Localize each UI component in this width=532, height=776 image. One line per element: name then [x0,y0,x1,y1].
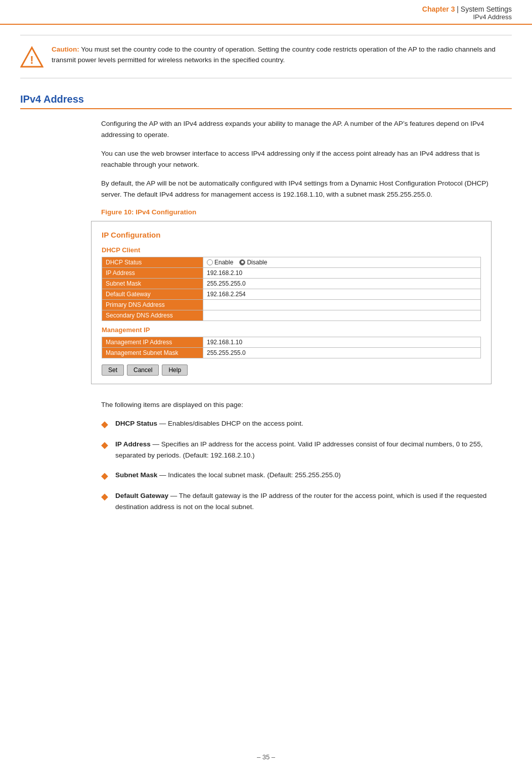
table-row: Default Gateway 192.168.2.254 [102,289,481,299]
section-heading: IPv4 Address [20,94,512,109]
table-row: IP Address 192.168.2.10 [102,267,481,278]
table-row: Secondary DNS Address [102,310,481,321]
main-content: ! Caution: You must set the country code… [0,35,532,542]
dhcp-status-value[interactable]: Enable Disable [203,257,481,267]
caution-icon: ! [20,45,43,69]
bullet-item-dhcp: ◆ DHCP Status — Enables/disables DHCP on… [101,418,492,430]
dhcp-table: DHCP Status Enable Disable [102,257,481,321]
primary-dns-label: Primary DNS Address [102,299,203,310]
table-row: Primary DNS Address [102,299,481,310]
mgmt-ip-label: Management IP Address [102,337,203,347]
default-gateway-label: Default Gateway [102,289,203,299]
radio-disable-circle[interactable] [239,259,245,265]
ip-config-title: IP Configuration [102,231,481,239]
bullet-icon-subnet: ◆ [101,470,108,481]
dhcp-status-label: DHCP Status [102,257,203,267]
set-button[interactable]: Set [102,364,124,376]
header-separator: | [457,5,461,13]
bullet-desc-gateway: — The default gateway is the IP address … [115,492,486,511]
mgmt-subnet-label: Management Subnet Mask [102,347,203,358]
radio-disable[interactable]: Disable [239,259,267,266]
dhcp-section-title: DHCP Client [102,246,481,254]
bullet-desc-subnet: — Indicates the local subnet mask. (Defa… [159,471,341,479]
bullet-desc-ip: — Specifies an IP address for the access… [115,440,482,459]
caution-label: Caution: [52,45,79,53]
mgmt-table: Management IP Address 192.168.1.10 Manag… [102,337,481,358]
bullet-desc-dhcp: — Enables/disables DHCP on the access po… [159,420,303,427]
bullet-icon-gateway: ◆ [101,491,108,502]
body-paragraph-1: Configuring the AP with an IPv4 address … [101,118,492,140]
body-paragraph-3: By default, the AP will be not be automa… [101,178,492,200]
figure-box: IP Configuration DHCP Client DHCP Status… [91,221,492,384]
mgmt-subnet-value: 255.255.255.0 [203,347,481,358]
bullet-list: ◆ DHCP Status — Enables/disables DHCP on… [101,418,492,512]
caution-body: You must set the country code to the cou… [52,45,496,64]
ip-address-label: IP Address [102,267,203,278]
page-header: Chapter 3 | System Settings IPv4 Address [0,0,532,25]
bullet-icon-ip: ◆ [101,439,108,450]
figure-title-suffix: IPv4 Configuration [136,208,196,216]
subnet-mask-value: 255.255.255.0 [203,278,481,289]
bullet-text-ip: IP Address — Specifies an IP address for… [115,439,492,461]
primary-dns-value [203,299,481,310]
figure-label: Figure 10: IPv4 Configuration [101,208,512,216]
table-row: Subnet Mask 255.255.255.0 [102,278,481,289]
config-buttons: Set Cancel Help [102,364,481,376]
bullet-term-ip: IP Address [115,440,151,448]
secondary-dns-value [203,310,481,321]
bullet-item-subnet: ◆ Subnet Mask — Indicates the local subn… [101,470,492,481]
chapter-label: Chapter 3 [422,5,455,13]
header-section: System Settings [461,5,512,13]
bullet-term-gateway: Default Gateway [115,492,168,499]
radio-enable[interactable]: Enable [207,259,233,266]
bullet-item-gateway: ◆ Default Gateway — The default gateway … [101,490,492,512]
bullet-icon-dhcp: ◆ [101,419,108,430]
body-paragraph-2: You can use the web browser interface to… [101,148,492,170]
bullet-term-subnet: Subnet Mask [115,471,157,479]
mgmt-ip-value: 192.168.1.10 [203,337,481,347]
page-footer: – 35 – [0,743,532,766]
caution-text: Caution: You must set the country code t… [52,44,512,66]
caution-box: ! Caution: You must set the country code… [20,35,512,78]
figure-label-bold: Figure 10: [101,208,134,216]
subnet-mask-label: Subnet Mask [102,278,203,289]
svg-text:!: ! [30,54,33,66]
help-button[interactable]: Help [162,364,188,376]
table-row: DHCP Status Enable Disable [102,257,481,267]
bullet-term-dhcp: DHCP Status [115,420,157,427]
mgmt-section-title: Management IP [102,326,481,334]
secondary-dns-label: Secondary DNS Address [102,310,203,321]
table-row: Management Subnet Mask 255.255.255.0 [102,347,481,358]
bullet-text-gateway: Default Gateway — The default gateway is… [115,490,492,512]
bullet-text-subnet: Subnet Mask — Indicates the local subnet… [115,470,341,481]
radio-enable-circle[interactable] [207,259,213,265]
radio-enable-label: Enable [214,259,233,266]
default-gateway-value: 192.168.2.254 [203,289,481,299]
bullet-item-ip: ◆ IP Address — Specifies an IP address f… [101,439,492,461]
following-text: The following items are displayed on thi… [101,399,492,410]
cancel-button[interactable]: Cancel [127,364,159,376]
header-subsection: IPv4 Address [473,13,512,21]
bullet-text-dhcp: DHCP Status — Enables/disables DHCP on t… [115,418,303,429]
radio-disable-label: Disable [247,259,267,266]
ip-address-value: 192.168.2.10 [203,267,481,278]
table-row: Management IP Address 192.168.1.10 [102,337,481,347]
